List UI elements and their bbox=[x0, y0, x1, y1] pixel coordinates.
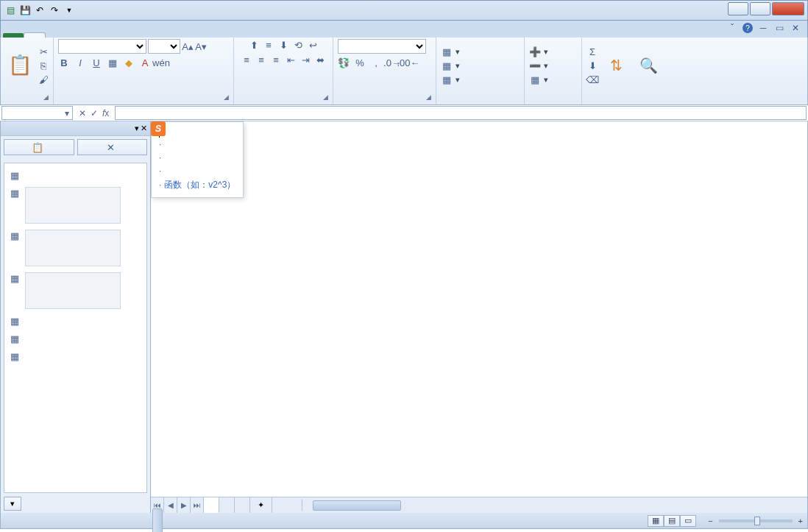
tab-insert[interactable] bbox=[46, 33, 66, 38]
tab-home[interactable] bbox=[24, 32, 46, 38]
zoom-in-button[interactable]: + bbox=[798, 517, 803, 525]
tab-data[interactable] bbox=[107, 33, 128, 38]
close-button[interactable] bbox=[772, 2, 804, 15]
fill-icon[interactable]: ⬇ bbox=[586, 60, 598, 72]
qat-dropdown-icon[interactable]: ▼ bbox=[63, 4, 76, 17]
align-middle-icon[interactable]: ≡ bbox=[263, 39, 274, 51]
tab-layout[interactable] bbox=[66, 33, 87, 38]
cell-style-button[interactable]: ▦ ▾ bbox=[441, 74, 460, 86]
clear-icon[interactable]: ⌫ bbox=[586, 74, 598, 86]
align-center-icon[interactable]: ≡ bbox=[255, 54, 267, 65]
sheet-tab[interactable] bbox=[219, 497, 235, 513]
decrease-decimal-icon[interactable]: .00← bbox=[403, 57, 414, 68]
maximize-button[interactable] bbox=[750, 2, 770, 15]
zoom-slider[interactable] bbox=[719, 519, 793, 522]
tab-formula[interactable] bbox=[87, 33, 107, 38]
copy-icon[interactable]: ⎘ bbox=[38, 60, 49, 72]
paste-all-button[interactable]: 📋 bbox=[4, 139, 74, 155]
bold-icon[interactable]: B bbox=[58, 57, 70, 68]
align-right-icon[interactable]: ≡ bbox=[270, 54, 282, 65]
save-icon[interactable]: 💾 bbox=[18, 4, 32, 17]
ime-suggestion[interactable]: ·函数（如：v2^3） bbox=[159, 177, 235, 193]
insert-cells-button[interactable]: ➕ ▾ bbox=[529, 46, 548, 58]
ime-suggestion[interactable]: · bbox=[159, 138, 235, 151]
fill-color-icon[interactable]: ◆ bbox=[123, 57, 135, 68]
phonetic-icon[interactable]: wén bbox=[155, 57, 167, 68]
sheet-tab[interactable] bbox=[235, 497, 250, 513]
spreadsheet-grid[interactable]: · · · ·函数（如：v2^3） S bbox=[151, 121, 807, 497]
view-pagebreak-icon[interactable]: ▭ bbox=[680, 515, 696, 527]
clipboard-item[interactable]: ▦ bbox=[7, 347, 143, 365]
decrease-indent-icon[interactable]: ⇤ bbox=[285, 54, 297, 65]
help-icon[interactable]: ? bbox=[743, 23, 753, 33]
minimize-button[interactable] bbox=[728, 2, 748, 15]
view-normal-icon[interactable]: ▦ bbox=[648, 515, 664, 527]
orientation-icon[interactable]: ⟲ bbox=[292, 39, 304, 51]
decrease-font-icon[interactable]: A▾ bbox=[195, 40, 207, 52]
sort-filter-button[interactable]: ⇅ bbox=[601, 58, 631, 74]
font-color-icon[interactable]: A bbox=[139, 57, 151, 68]
align-bottom-icon[interactable]: ⬇ bbox=[277, 39, 289, 51]
format-cells-button[interactable]: ▦ ▾ bbox=[529, 74, 548, 86]
clipboard-pane-close-icon[interactable]: ✕ bbox=[141, 124, 147, 133]
redo-icon[interactable]: ↷ bbox=[48, 4, 61, 17]
sheet-nav-last-icon[interactable]: ⏭ bbox=[191, 497, 204, 513]
clipboard-item[interactable]: ▦ bbox=[7, 184, 143, 227]
increase-indent-icon[interactable]: ⇥ bbox=[300, 54, 311, 65]
format-painter-icon[interactable]: 🖌 bbox=[38, 74, 49, 86]
doc-restore-icon[interactable]: ▭ bbox=[773, 22, 785, 34]
tab-review[interactable] bbox=[128, 33, 149, 38]
clipboard-pane-dropdown-icon[interactable]: ▾ bbox=[135, 124, 139, 133]
comma-icon[interactable]: , bbox=[370, 57, 382, 68]
clipboard-item[interactable]: ▦ bbox=[7, 312, 143, 330]
sheet-nav-prev-icon[interactable]: ◀ bbox=[164, 497, 177, 513]
tab-view[interactable] bbox=[149, 33, 169, 38]
zoom-out-button[interactable]: − bbox=[708, 517, 712, 525]
fx-icon[interactable]: fx bbox=[102, 108, 109, 118]
table-format-button[interactable]: ▦ ▾ bbox=[441, 60, 460, 72]
formula-input[interactable] bbox=[115, 106, 807, 120]
align-left-icon[interactable]: ≡ bbox=[241, 54, 252, 65]
autosum-icon[interactable]: Σ bbox=[586, 46, 598, 58]
new-sheet-button[interactable]: ✦ bbox=[250, 497, 272, 513]
italic-icon[interactable]: I bbox=[74, 57, 86, 68]
clipboard-options-button[interactable]: ▾ bbox=[4, 497, 21, 511]
number-format-combo[interactable] bbox=[338, 39, 426, 54]
doc-close-icon[interactable]: ✕ bbox=[790, 22, 801, 34]
undo-icon[interactable]: ↶ bbox=[33, 4, 46, 17]
cancel-formula-icon[interactable]: ✕ bbox=[79, 108, 86, 118]
delete-cells-button[interactable]: ➖ ▾ bbox=[529, 60, 548, 72]
font-size-combo[interactable] bbox=[148, 39, 180, 54]
clipboard-item[interactable]: ▦ bbox=[7, 166, 143, 184]
currency-icon[interactable]: 💱 bbox=[338, 57, 350, 68]
clipboard-item[interactable]: ▦ bbox=[7, 330, 143, 347]
tab-esign[interactable] bbox=[169, 33, 190, 38]
sheet-nav-next-icon[interactable]: ▶ bbox=[177, 497, 191, 513]
wrap-text-icon[interactable]: ↩ bbox=[307, 39, 319, 51]
enter-formula-icon[interactable]: ✓ bbox=[91, 108, 98, 118]
align-top-icon[interactable]: ⬆ bbox=[248, 39, 260, 51]
clipboard-item[interactable]: ▦ bbox=[7, 269, 143, 312]
merge-icon[interactable]: ⬌ bbox=[314, 54, 326, 65]
horizontal-scrollbar[interactable] bbox=[272, 497, 807, 513]
clipboard-list[interactable]: ▦ ▦ ▦ ▦ ▦ ▦ ▦ bbox=[4, 163, 147, 493]
clipboard-launcher-icon[interactable]: ◢ bbox=[43, 93, 49, 101]
sheet-tab[interactable] bbox=[204, 497, 219, 513]
increase-font-icon[interactable]: A▴ bbox=[182, 40, 194, 52]
font-name-combo[interactable] bbox=[58, 39, 146, 54]
ime-suggestion[interactable]: · bbox=[159, 164, 235, 177]
namebox-dropdown-icon[interactable]: ▾ bbox=[65, 108, 69, 118]
font-launcher-icon[interactable]: ◢ bbox=[224, 93, 229, 101]
view-layout-icon[interactable]: ▤ bbox=[664, 515, 680, 527]
number-launcher-icon[interactable]: ◢ bbox=[426, 93, 431, 101]
doc-minimize-icon[interactable]: ─ bbox=[757, 22, 769, 34]
clear-all-button[interactable]: ✕ bbox=[77, 139, 148, 155]
percent-icon[interactable]: % bbox=[354, 57, 366, 68]
align-launcher-icon[interactable]: ◢ bbox=[323, 93, 328, 101]
name-box[interactable]: ▾ bbox=[1, 106, 73, 120]
find-select-button[interactable]: 🔍 bbox=[634, 58, 663, 74]
ribbon-minimize-icon[interactable]: ˇ bbox=[726, 22, 738, 34]
ime-suggestion[interactable]: · bbox=[159, 151, 235, 164]
underline-icon[interactable]: U bbox=[91, 57, 102, 68]
border-icon[interactable]: ▦ bbox=[107, 57, 118, 68]
